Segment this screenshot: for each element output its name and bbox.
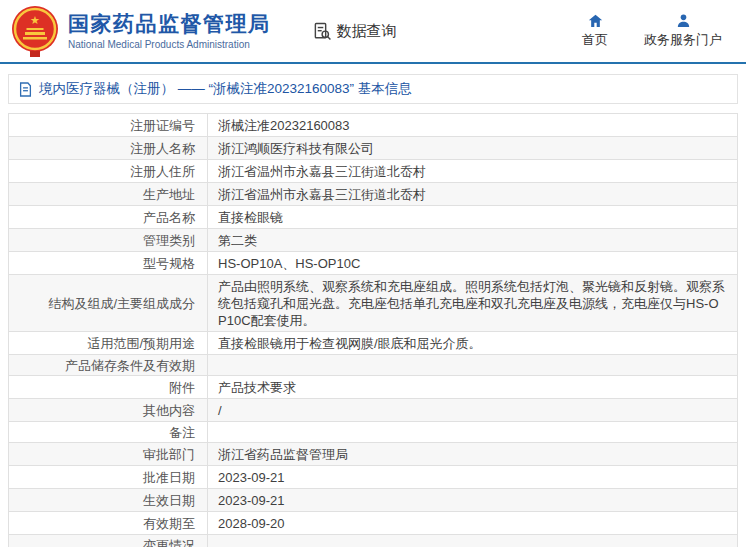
row-label: 注册证编号 [9,114,208,137]
nav-home-label: 首页 [582,31,608,49]
row-label: 结构及组成/主要组成成分 [9,275,208,332]
table-row: 有效期至 2028-09-20 [9,512,738,535]
row-value: 2028-09-20 [208,512,738,535]
org-names: 国家药品监督管理局 National Medical Products Admi… [68,12,271,51]
row-label: 适用范围/预期用途 [9,332,208,355]
org-name-zh: 国家药品监督管理局 [68,12,271,36]
table-row: 型号规格 HS-OP10A、HS-OP10C [9,252,738,275]
home-icon [587,13,604,29]
org-name-en: National Medical Products Administration [68,39,271,51]
table-row: 注册人名称 浙江鸿顺医疗科技有限公司 [9,137,738,160]
row-value: 2023-09-21 [208,489,738,512]
row-label: 产品名称 [9,206,208,229]
row-label: 附件 [9,376,208,399]
row-value: 第二类 [208,229,738,252]
row-label: 备注 [9,422,208,443]
data-query-button[interactable]: 数据查询 [313,22,397,41]
row-label: 变更情况 [9,535,208,547]
row-value: 直接检眼镜用于检查视网膜/眼底和屈光介质。 [208,332,738,355]
row-label: 型号规格 [9,252,208,275]
nav-portal-label: 政务服务门户 [644,31,722,49]
nav-item-portal[interactable]: 政务服务门户 [644,13,722,49]
row-label: 批准日期 [9,466,208,489]
table-row: 备注 [9,422,738,443]
table-row: 产品储存条件及有效期 [9,355,738,376]
header-nav: 首页 政务服务门户 [582,13,730,49]
table-row: 批准日期 2023-09-21 [9,466,738,489]
row-value: 浙江鸿顺医疗科技有限公司 [208,137,738,160]
data-query-label: 数据查询 [337,22,397,41]
document-search-icon [313,22,332,41]
row-label: 其他内容 [9,399,208,422]
table-row: 附件 产品技术要求 [9,376,738,399]
row-value: 产品由照明系统、观察系统和充电座组成。照明系统包括灯泡、聚光镜和反射镜。观察系统… [208,275,738,332]
row-value: 产品技术要求 [208,376,738,399]
table-row: 管理类别 第二类 [9,229,738,252]
svg-text:★: ★ [30,14,40,26]
table-row: 适用范围/预期用途 直接检眼镜用于检查视网膜/眼底和屈光介质。 [9,332,738,355]
info-table-body: 注册证编号 浙械注准20232160083 注册人名称 浙江鸿顺医疗科技有限公司… [9,114,738,547]
row-label: 审批部门 [9,443,208,466]
table-row: 其他内容 / [9,399,738,422]
row-label: 管理类别 [9,229,208,252]
table-row: 变更情况 [9,535,738,547]
site-header: ★ 国家药品监督管理局 National Medical Products Ad… [0,0,746,64]
row-value: 直接检眼镜 [208,206,738,229]
user-icon [675,13,692,29]
row-value: 浙江省温州市永嘉县三江街道北岙村 [208,183,738,206]
table-row: 产品名称 直接检眼镜 [9,206,738,229]
page-title-bar: 境内医疗器械（注册） —— “浙械注准20232160083” 基本信息 [8,74,738,104]
row-value: / [208,399,738,422]
table-row: 生产地址 浙江省温州市永嘉县三江街道北岙村 [9,183,738,206]
row-label: 生产地址 [9,183,208,206]
row-value: 浙械注准20232160083 [208,114,738,137]
row-value: 浙江省温州市永嘉县三江街道北岙村 [208,160,738,183]
document-icon [19,82,32,97]
info-table: 注册证编号 浙械注准20232160083 注册人名称 浙江鸿顺医疗科技有限公司… [8,113,738,547]
table-row: 生效日期 2023-09-21 [9,489,738,512]
table-row: 注册人住所 浙江省温州市永嘉县三江街道北岙村 [9,160,738,183]
national-emblem-logo: ★ [10,5,60,57]
row-value: 浙江省药品监督管理局 [208,443,738,466]
row-label: 有效期至 [9,512,208,535]
table-row: 注册证编号 浙械注准20232160083 [9,114,738,137]
row-value: HS-OP10A、HS-OP10C [208,252,738,275]
row-label: 产品储存条件及有效期 [9,355,208,376]
row-value [208,422,738,443]
site-logo-block[interactable]: ★ 国家药品监督管理局 National Medical Products Ad… [10,5,271,57]
row-label: 注册人名称 [9,137,208,160]
table-row: 审批部门 浙江省药品监督管理局 [9,443,738,466]
row-value [208,535,738,547]
table-row: 结构及组成/主要组成成分 产品由照明系统、观察系统和充电座组成。照明系统包括灯泡… [9,275,738,332]
page-title: 境内医疗器械（注册） —— “浙械注准20232160083” 基本信息 [39,80,412,98]
row-label: 生效日期 [9,489,208,512]
row-label: 注册人住所 [9,160,208,183]
row-value: 2023-09-21 [208,466,738,489]
nav-item-home[interactable]: 首页 [582,13,608,49]
row-value [208,355,738,376]
